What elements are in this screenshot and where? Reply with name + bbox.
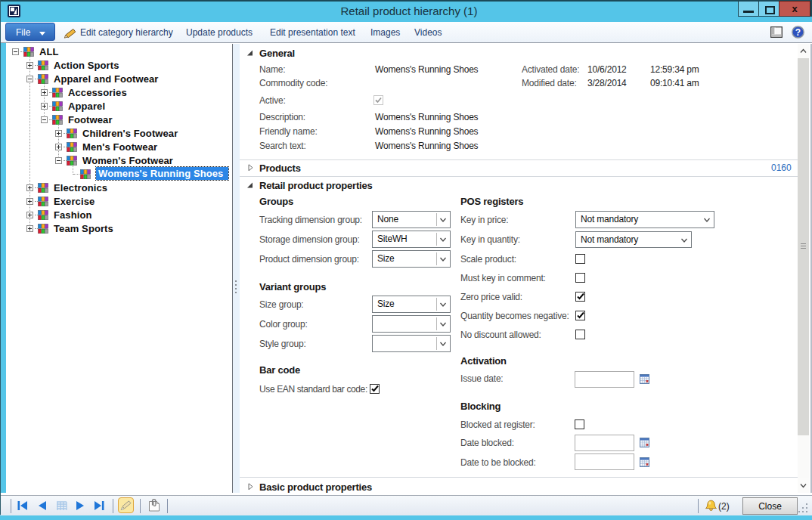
svg-text:?: ?	[795, 27, 801, 38]
